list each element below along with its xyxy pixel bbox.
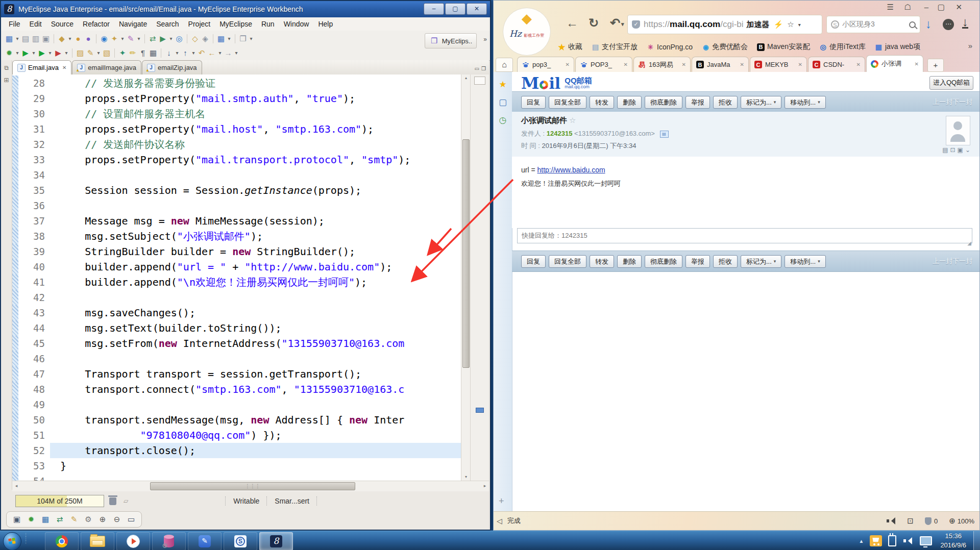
zoom-control[interactable]: ⊕100% bbox=[949, 516, 974, 526]
sync-view-icon[interactable]: ⇄ bbox=[55, 513, 65, 526]
contact-card-icon[interactable]: ▤ bbox=[660, 131, 669, 138]
browser-tab-POP3_[interactable]: POP3_✕ bbox=[575, 57, 632, 72]
home-button[interactable]: ⌂ bbox=[496, 58, 513, 72]
ide-minimize-button[interactable]: – bbox=[424, 3, 444, 15]
search-query[interactable]: 小区现身3 bbox=[842, 20, 909, 29]
back-icon[interactable]: ← bbox=[566, 16, 578, 30]
menu-window[interactable]: Window bbox=[279, 17, 314, 31]
bookmark-支付宝开放[interactable]: ▤支付宝开放 bbox=[592, 42, 638, 52]
dropdown-icon[interactable]: ▾ bbox=[67, 33, 73, 45]
annotation-marker[interactable] bbox=[476, 408, 484, 413]
menu-search[interactable]: Search bbox=[152, 17, 183, 31]
editor-tab-emailImage.java[interactable]: J▲emailImage.java bbox=[72, 60, 141, 74]
close-tab-icon[interactable]: ✕ bbox=[566, 62, 570, 67]
mail-button-举报[interactable]: 举报 bbox=[685, 255, 710, 268]
body-url-link[interactable]: http://www.baidu.com bbox=[537, 166, 605, 174]
capture-box-icon[interactable]: ⊡ bbox=[907, 516, 914, 526]
panel-grid-icon[interactable]: ⊞ bbox=[4, 77, 9, 84]
bookmark-star-icon[interactable]: ☆ bbox=[787, 20, 794, 29]
editor-tab-emailZip.java[interactable]: J▲emailZip.java bbox=[142, 60, 202, 74]
power-plug-icon[interactable] bbox=[888, 535, 896, 546]
dropdown-icon[interactable]: ▾ bbox=[14, 47, 20, 59]
mute-speaker-icon[interactable] bbox=[887, 517, 896, 524]
save-all-icon[interactable]: ▥ bbox=[31, 33, 41, 45]
menu-edit[interactable]: Edit bbox=[25, 17, 46, 31]
web-browser-icon[interactable]: ◉ bbox=[99, 33, 109, 45]
new-class-icon[interactable]: ● bbox=[73, 33, 83, 45]
browser-minimize-button[interactable]: – bbox=[924, 3, 928, 11]
mark-occurrences-icon[interactable]: ✎ bbox=[85, 47, 95, 59]
bookmark-使用iText库[interactable]: ◎使用iText库 bbox=[819, 42, 866, 52]
annotation-header[interactable] bbox=[474, 77, 485, 85]
bookmark-Maven安装配[interactable]: BMaven安装配 bbox=[757, 42, 810, 52]
search-doc-icon[interactable]: ◈ bbox=[200, 33, 210, 45]
open-type-icon[interactable]: ◇ bbox=[190, 33, 200, 45]
mail-button-删除[interactable]: 删除 bbox=[617, 96, 642, 109]
mail-button-转发[interactable]: 转发 bbox=[590, 96, 614, 109]
taskbar-app-media-player[interactable] bbox=[116, 532, 150, 550]
folder-icon[interactable]: ▧ bbox=[102, 47, 112, 59]
dropdown-icon[interactable]: ▾ bbox=[63, 47, 69, 59]
bookmark-java web项[interactable]: ▦java web项 bbox=[875, 42, 920, 52]
dropdown-icon[interactable]: ▾ bbox=[14, 33, 20, 45]
table-icon[interactable]: ▦ bbox=[148, 47, 158, 59]
dropdown-icon[interactable]: ▾ bbox=[226, 33, 232, 45]
more-menu-icon[interactable]: ⋯ bbox=[943, 19, 954, 30]
perspective-switcher[interactable]: ❒ MyEclips.. bbox=[425, 33, 477, 48]
favorites-star-icon[interactable]: ★ bbox=[494, 79, 512, 90]
code-editor[interactable]: 28 // 发送服务器需要身份验证29 props.setProperty("m… bbox=[12, 74, 489, 481]
show-desktop-button[interactable] bbox=[973, 531, 980, 550]
taskbar-app-s-browser[interactable]: S bbox=[224, 532, 257, 550]
volume-icon[interactable] bbox=[903, 537, 913, 544]
horizontal-scroll-thumb[interactable]: ⋮⋮⋮ bbox=[150, 482, 355, 490]
screen-capture-icon[interactable]: ▢ bbox=[494, 97, 512, 108]
horizontal-scrollbar[interactable]: ◂ ⋮⋮⋮ ▸ bbox=[12, 481, 489, 491]
close-tab-icon[interactable]: ✕ bbox=[798, 62, 802, 67]
close-tab-icon[interactable]: ✕ bbox=[682, 62, 686, 67]
terminal-icon[interactable]: ▭ bbox=[126, 513, 136, 526]
browser-menu-icon[interactable]: ☰ bbox=[887, 3, 894, 12]
mail-button-举报[interactable]: 举报 bbox=[685, 96, 710, 109]
new-interface-icon[interactable]: ● bbox=[83, 33, 93, 45]
vertical-scrollbar[interactable]: ▴ ▾ bbox=[461, 74, 471, 481]
close-tab-icon[interactable]: ✕ bbox=[624, 62, 628, 67]
undo-dropdown-icon[interactable]: ▾ bbox=[621, 21, 624, 28]
bookmark-免费优酷会[interactable]: ◉免费优酷会 bbox=[702, 42, 748, 52]
edit-view-icon[interactable]: ✎ bbox=[69, 513, 79, 526]
taskbar-clock[interactable]: 15:36 2016/9/6 bbox=[940, 532, 966, 549]
browser-tab-CSDN-[interactable]: CCSDN-✕ bbox=[808, 57, 865, 72]
resize-grip-icon[interactable]: ◢ bbox=[967, 240, 971, 246]
restore-panel-icon[interactable]: ⧉ bbox=[4, 64, 9, 71]
scroll-down-icon[interactable]: ▾ bbox=[461, 473, 471, 481]
taskbar-app-myeclipse[interactable]: 8 bbox=[259, 532, 293, 550]
bookmark-收藏[interactable]: ★收藏 bbox=[558, 42, 582, 52]
search-icon[interactable] bbox=[909, 21, 916, 28]
from-name[interactable]: 1242315 bbox=[547, 130, 573, 137]
tray-expand-icon[interactable]: ▲ bbox=[859, 538, 864, 544]
menu-myeclipse[interactable]: MyEclipse bbox=[215, 17, 257, 31]
close-tab-icon[interactable]: ✕ bbox=[856, 62, 861, 67]
add-gadget-icon[interactable]: + bbox=[499, 496, 504, 507]
browser-skin-icon[interactable]: ☖ bbox=[904, 3, 911, 12]
mail-button-回复全部[interactable]: 回复全部 bbox=[549, 96, 586, 109]
dropdown-icon[interactable]: ▾ bbox=[248, 33, 254, 45]
accelerator-label[interactable]: 加速器 bbox=[747, 20, 770, 30]
vertical-scroll-thumb[interactable] bbox=[462, 139, 470, 368]
qqmail-logo[interactable]: M il QQ邮箱 mail.qq.com bbox=[521, 73, 592, 93]
run-icon[interactable]: ▶ bbox=[20, 47, 31, 59]
forward-icon[interactable]: → bbox=[223, 47, 233, 59]
scroll-up-icon[interactable]: ▴ bbox=[461, 74, 471, 82]
start-button[interactable] bbox=[3, 532, 21, 550]
browser-tab-163网易[interactable]: 易163网易✕ bbox=[633, 57, 691, 72]
prev-next-mail-nav[interactable]: 上一封下一封 bbox=[933, 257, 972, 266]
dropdown-icon[interactable]: ▾ bbox=[95, 47, 102, 59]
taskbar-app-explorer[interactable] bbox=[81, 532, 114, 550]
dropdown-icon[interactable]: ▾ bbox=[119, 33, 126, 45]
undo-icon[interactable]: ↶ bbox=[610, 16, 620, 30]
taskbar-app-editor[interactable]: ✎ bbox=[188, 532, 222, 550]
prev-annotation-icon[interactable]: ↑ bbox=[180, 47, 190, 59]
open-window-icon[interactable]: ❐ bbox=[238, 33, 248, 45]
menu-navigate[interactable]: Navigate bbox=[114, 17, 152, 31]
zoom-in-icon[interactable]: ⊕ bbox=[97, 513, 108, 526]
server-icon[interactable]: ◎ bbox=[174, 33, 184, 45]
